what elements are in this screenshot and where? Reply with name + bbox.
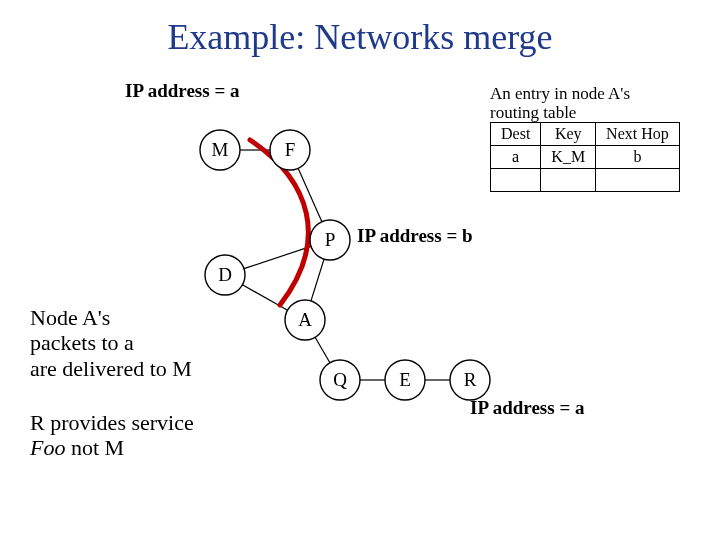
graph-node-label-M: M	[212, 139, 229, 160]
graph-edge	[315, 337, 330, 362]
graph-svg: MFPDAQER	[0, 0, 720, 540]
graph-edge	[311, 259, 324, 301]
graph-node-label-F: F	[285, 139, 296, 160]
graph-node-label-P: P	[325, 229, 336, 250]
graph-node-label-Q: Q	[333, 369, 347, 390]
graph-node-label-A: A	[298, 309, 312, 330]
graph-node-label-D: D	[218, 264, 232, 285]
graph-node-label-R: R	[464, 369, 477, 390]
graph-node-label-E: E	[399, 369, 411, 390]
